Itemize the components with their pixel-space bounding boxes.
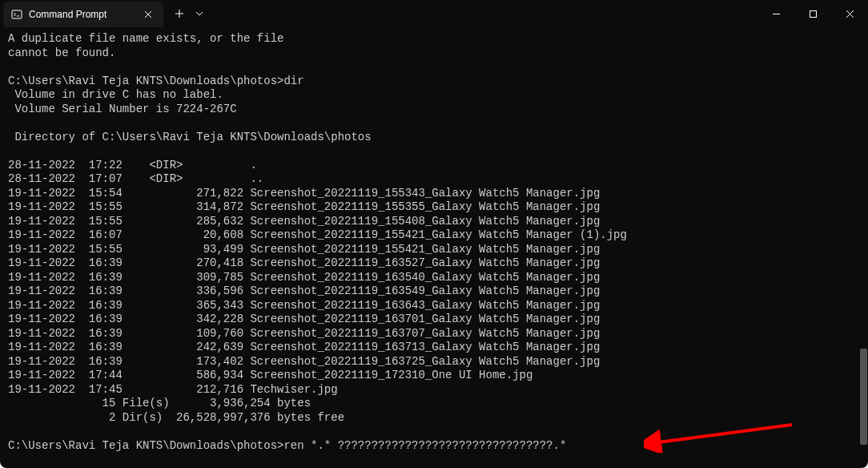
tab-close-button[interactable]: [141, 7, 155, 22]
terminal-line: 19-11-2022 16:39 309,785 Screenshot_2022…: [8, 271, 860, 285]
terminal-line: 19-11-2022 15:55 285,632 Screenshot_2022…: [8, 215, 860, 229]
terminal-output[interactable]: A duplicate file name exists, or the fil…: [0, 27, 868, 468]
terminal-line: 2 Dir(s) 26,528,997,376 bytes free: [8, 411, 860, 426]
terminal-line: 28-11-2022 17:07 <DIR> ..: [8, 172, 860, 187]
terminal-line: [8, 116, 860, 131]
close-button[interactable]: [831, 1, 868, 26]
terminal-line: 28-11-2022 17:22 <DIR> .: [8, 159, 860, 173]
terminal-line: 19-11-2022 16:39 342,228 Screenshot_2022…: [8, 313, 860, 327]
terminal-line: 19-11-2022 17:45 212,716 Techwiser.jpg: [8, 383, 860, 397]
window-controls: [757, 1, 868, 26]
terminal-line: C:\Users\Ravi Teja KNTS\Downloads\photos…: [8, 439, 860, 454]
terminal-line: cannot be found.: [8, 46, 860, 61]
tab-title: Command Prompt: [29, 9, 135, 20]
terminal-line: 19-11-2022 15:54 271,822 Screenshot_2022…: [8, 187, 860, 201]
scrollbar-thumb[interactable]: [860, 349, 867, 445]
terminal-line: [8, 144, 860, 159]
terminal-line: Volume Serial Number is 7224-267C: [8, 103, 860, 117]
terminal-line: 19-11-2022 17:44 586,934 Screenshot_2022…: [8, 369, 860, 383]
tab-dropdown-button[interactable]: [191, 2, 208, 25]
terminal-line: Volume in drive C has no label.: [8, 88, 860, 103]
minimize-button[interactable]: [757, 1, 794, 26]
terminal-line: 15 File(s) 3,936,254 bytes: [8, 397, 860, 411]
terminal-line: Directory of C:\Users\Ravi Teja KNTS\Dow…: [8, 131, 860, 145]
titlebar: Command Prompt: [0, 0, 868, 27]
terminal-line: 19-11-2022 16:39 173,402 Screenshot_2022…: [8, 355, 860, 369]
terminal-line: C:\Users\Ravi Teja KNTS\Downloads\photos…: [8, 75, 860, 89]
terminal-line: A duplicate file name exists, or the fil…: [8, 32, 860, 46]
new-tab-button[interactable]: [168, 2, 191, 25]
window: Command Prompt: [0, 0, 868, 468]
terminal-line: 19-11-2022 15:55 93,499 Screenshot_20221…: [8, 243, 860, 257]
terminal-line: 19-11-2022 16:39 270,418 Screenshot_2022…: [8, 256, 860, 271]
scrollbar[interactable]: [860, 32, 867, 462]
terminal-icon: [11, 9, 22, 20]
terminal-line: 19-11-2022 16:07 20,608 Screenshot_20221…: [8, 228, 860, 243]
terminal-line: 19-11-2022 16:39 109,760 Screenshot_2022…: [8, 327, 860, 341]
terminal-line: 19-11-2022 15:55 314,872 Screenshot_2022…: [8, 200, 860, 215]
maximize-button[interactable]: [794, 1, 831, 26]
terminal-line: 19-11-2022 16:39 336,596 Screenshot_2022…: [8, 284, 860, 299]
svg-rect-0: [12, 10, 22, 18]
terminal-line: [8, 60, 860, 75]
terminal-line: [8, 425, 860, 439]
terminal-line: 19-11-2022 16:39 242,639 Screenshot_2022…: [8, 341, 860, 355]
svg-rect-7: [810, 10, 816, 17]
terminal-line: 19-11-2022 16:39 365,343 Screenshot_2022…: [8, 299, 860, 313]
tab-command-prompt[interactable]: Command Prompt: [3, 2, 163, 27]
